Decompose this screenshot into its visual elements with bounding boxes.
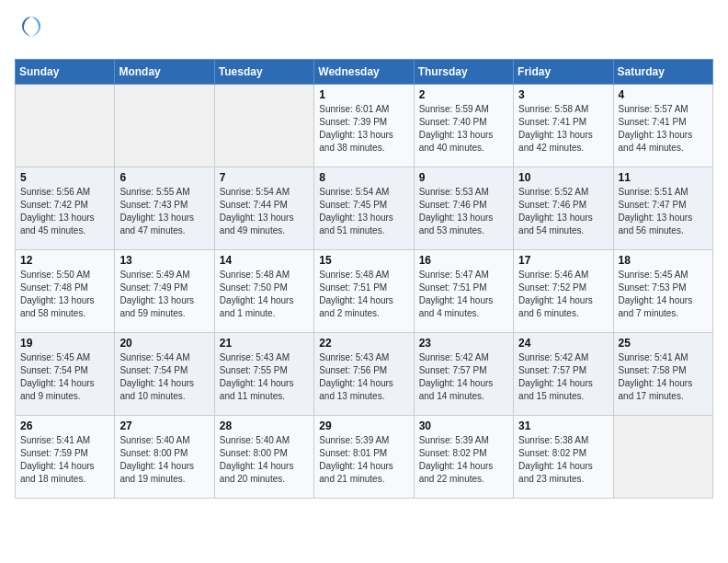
day-info: Sunrise: 5:41 AM Sunset: 7:58 PM Dayligh…: [619, 351, 708, 403]
day-header-monday: Monday: [115, 60, 214, 85]
day-number: 7: [220, 171, 309, 184]
calendar-cell: [214, 85, 313, 167]
day-info: Sunrise: 5:48 AM Sunset: 7:51 PM Dayligh…: [319, 269, 408, 320]
day-number: 6: [119, 171, 209, 184]
day-info: Sunrise: 5:45 AM Sunset: 7:53 PM Dayligh…: [619, 269, 708, 320]
day-info: Sunrise: 5:39 AM Sunset: 8:01 PM Dayligh…: [319, 434, 408, 486]
day-number: 18: [619, 254, 708, 267]
calendar-cell: 8Sunrise: 5:54 AM Sunset: 7:45 PM Daylig…: [314, 167, 414, 250]
calendar-cell: 31Sunrise: 5:38 AM Sunset: 8:02 PM Dayli…: [514, 416, 613, 499]
day-number: 15: [319, 254, 408, 267]
day-number: 5: [20, 171, 109, 184]
day-header-sunday: Sunday: [16, 60, 115, 85]
calendar-header-row: SundayMondayTuesdayWednesdayThursdayFrid…: [16, 60, 713, 85]
day-number: 12: [20, 254, 109, 267]
day-info: Sunrise: 5:49 AM Sunset: 7:49 PM Dayligh…: [119, 269, 209, 320]
page-header: [15, 15, 713, 48]
day-number: 9: [419, 171, 508, 184]
day-number: 3: [518, 88, 608, 101]
day-info: Sunrise: 5:48 AM Sunset: 7:50 PM Dayligh…: [220, 269, 309, 320]
day-number: 24: [518, 337, 608, 350]
day-info: Sunrise: 5:39 AM Sunset: 8:02 PM Dayligh…: [419, 434, 508, 486]
day-info: Sunrise: 5:50 AM Sunset: 7:48 PM Dayligh…: [20, 269, 109, 320]
day-number: 2: [419, 88, 508, 101]
day-info: Sunrise: 5:54 AM Sunset: 7:45 PM Dayligh…: [319, 186, 408, 237]
calendar-cell: 16Sunrise: 5:47 AM Sunset: 7:51 PM Dayli…: [414, 250, 513, 333]
day-number: 8: [319, 171, 408, 184]
day-header-thursday: Thursday: [414, 60, 513, 85]
day-info: Sunrise: 5:53 AM Sunset: 7:46 PM Dayligh…: [419, 186, 508, 237]
calendar-cell: 25Sunrise: 5:41 AM Sunset: 7:58 PM Dayli…: [613, 333, 712, 416]
calendar-cell: 20Sunrise: 5:44 AM Sunset: 7:54 PM Dayli…: [115, 333, 214, 416]
calendar-cell: 11Sunrise: 5:51 AM Sunset: 7:47 PM Dayli…: [613, 167, 712, 250]
calendar-cell: 7Sunrise: 5:54 AM Sunset: 7:44 PM Daylig…: [214, 167, 313, 250]
calendar-cell: 22Sunrise: 5:43 AM Sunset: 7:56 PM Dayli…: [314, 333, 414, 416]
day-info: Sunrise: 5:41 AM Sunset: 7:59 PM Dayligh…: [20, 434, 109, 486]
day-number: 28: [220, 419, 309, 432]
day-info: Sunrise: 5:44 AM Sunset: 7:54 PM Dayligh…: [119, 351, 209, 403]
day-number: 21: [220, 337, 309, 350]
day-number: 1: [319, 88, 408, 101]
calendar-week-1: 1Sunrise: 6:01 AM Sunset: 7:39 PM Daylig…: [16, 85, 713, 167]
calendar-cell: 1Sunrise: 6:01 AM Sunset: 7:39 PM Daylig…: [314, 85, 414, 167]
calendar-cell: [115, 85, 214, 167]
calendar-cell: 29Sunrise: 5:39 AM Sunset: 8:01 PM Dayli…: [314, 416, 414, 499]
calendar-week-5: 26Sunrise: 5:41 AM Sunset: 7:59 PM Dayli…: [16, 416, 713, 499]
day-info: Sunrise: 5:45 AM Sunset: 7:54 PM Dayligh…: [20, 351, 109, 403]
calendar-cell: 24Sunrise: 5:42 AM Sunset: 7:57 PM Dayli…: [514, 333, 613, 416]
day-info: Sunrise: 5:57 AM Sunset: 7:41 PM Dayligh…: [619, 103, 708, 155]
day-number: 14: [220, 254, 309, 267]
day-info: Sunrise: 5:55 AM Sunset: 7:43 PM Dayligh…: [119, 186, 209, 237]
calendar-week-3: 12Sunrise: 5:50 AM Sunset: 7:48 PM Dayli…: [16, 250, 713, 333]
day-number: 4: [619, 88, 708, 101]
day-info: Sunrise: 5:40 AM Sunset: 8:00 PM Dayligh…: [119, 434, 209, 486]
day-info: Sunrise: 5:43 AM Sunset: 7:56 PM Dayligh…: [319, 351, 408, 403]
day-info: Sunrise: 5:40 AM Sunset: 8:00 PM Dayligh…: [220, 434, 309, 486]
day-info: Sunrise: 5:56 AM Sunset: 7:42 PM Dayligh…: [20, 186, 109, 237]
day-number: 10: [518, 171, 608, 184]
day-info: Sunrise: 5:43 AM Sunset: 7:55 PM Dayligh…: [220, 351, 309, 403]
calendar-cell: 18Sunrise: 5:45 AM Sunset: 7:53 PM Dayli…: [613, 250, 712, 333]
day-number: 17: [518, 254, 608, 267]
day-number: 23: [419, 337, 508, 350]
day-number: 19: [20, 337, 109, 350]
calendar-cell: [16, 85, 115, 167]
calendar-cell: 30Sunrise: 5:39 AM Sunset: 8:02 PM Dayli…: [414, 416, 513, 499]
day-info: Sunrise: 5:59 AM Sunset: 7:40 PM Dayligh…: [419, 103, 508, 155]
day-header-tuesday: Tuesday: [214, 60, 313, 85]
calendar-cell: [613, 416, 712, 499]
calendar-cell: 4Sunrise: 5:57 AM Sunset: 7:41 PM Daylig…: [613, 85, 712, 167]
calendar-cell: 23Sunrise: 5:42 AM Sunset: 7:57 PM Dayli…: [414, 333, 513, 416]
day-number: 22: [319, 337, 408, 350]
day-number: 11: [619, 171, 708, 184]
day-info: Sunrise: 5:52 AM Sunset: 7:46 PM Dayligh…: [518, 186, 608, 237]
day-number: 30: [419, 419, 508, 432]
calendar-cell: 9Sunrise: 5:53 AM Sunset: 7:46 PM Daylig…: [414, 167, 513, 250]
day-number: 13: [119, 254, 209, 267]
calendar-cell: 3Sunrise: 5:58 AM Sunset: 7:41 PM Daylig…: [514, 85, 613, 167]
calendar-cell: 6Sunrise: 5:55 AM Sunset: 7:43 PM Daylig…: [115, 167, 214, 250]
day-number: 29: [319, 419, 408, 432]
calendar-cell: 14Sunrise: 5:48 AM Sunset: 7:50 PM Dayli…: [214, 250, 313, 333]
calendar-week-4: 19Sunrise: 5:45 AM Sunset: 7:54 PM Dayli…: [16, 333, 713, 416]
day-info: Sunrise: 5:58 AM Sunset: 7:41 PM Dayligh…: [518, 103, 608, 155]
logo-bird-icon: [18, 15, 44, 48]
calendar-cell: 10Sunrise: 5:52 AM Sunset: 7:46 PM Dayli…: [514, 167, 613, 250]
day-info: Sunrise: 5:54 AM Sunset: 7:44 PM Dayligh…: [220, 186, 309, 237]
day-header-wednesday: Wednesday: [314, 60, 414, 85]
calendar-cell: 21Sunrise: 5:43 AM Sunset: 7:55 PM Dayli…: [214, 333, 313, 416]
logo: [15, 15, 44, 48]
day-info: Sunrise: 5:42 AM Sunset: 7:57 PM Dayligh…: [419, 351, 508, 403]
calendar-cell: 26Sunrise: 5:41 AM Sunset: 7:59 PM Dayli…: [16, 416, 115, 499]
calendar-cell: 28Sunrise: 5:40 AM Sunset: 8:00 PM Dayli…: [214, 416, 313, 499]
calendar-cell: 27Sunrise: 5:40 AM Sunset: 8:00 PM Dayli…: [115, 416, 214, 499]
calendar-cell: 17Sunrise: 5:46 AM Sunset: 7:52 PM Dayli…: [514, 250, 613, 333]
day-number: 20: [119, 337, 209, 350]
day-header-saturday: Saturday: [613, 60, 712, 85]
day-header-friday: Friday: [514, 60, 613, 85]
day-number: 16: [419, 254, 508, 267]
day-number: 27: [119, 419, 209, 432]
day-info: Sunrise: 5:51 AM Sunset: 7:47 PM Dayligh…: [619, 186, 708, 237]
calendar-cell: 19Sunrise: 5:45 AM Sunset: 7:54 PM Dayli…: [16, 333, 115, 416]
calendar-cell: 5Sunrise: 5:56 AM Sunset: 7:42 PM Daylig…: [16, 167, 115, 250]
